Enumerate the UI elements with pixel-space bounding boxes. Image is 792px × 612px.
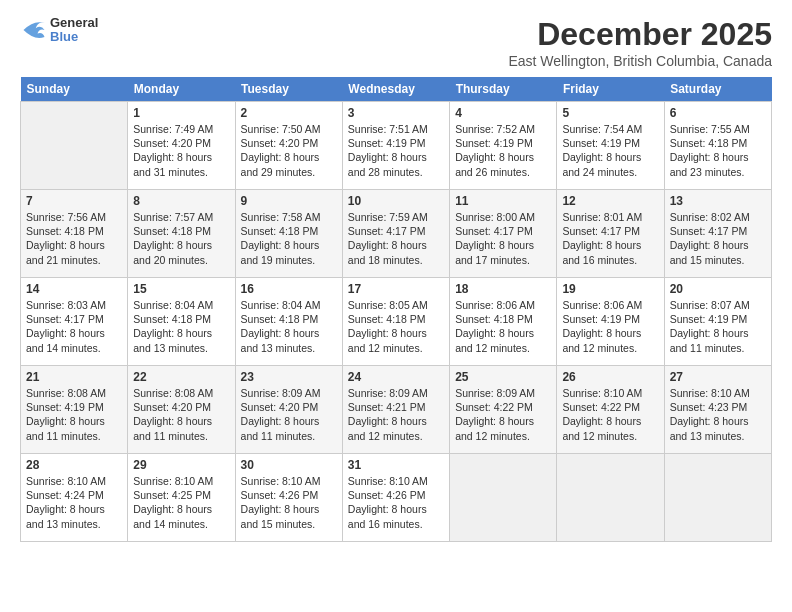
week-row-2: 7Sunrise: 7:56 AMSunset: 4:18 PMDaylight…	[21, 190, 772, 278]
cell-data: Sunrise: 8:06 AMSunset: 4:18 PMDaylight:…	[455, 298, 551, 355]
day-number: 12	[562, 194, 658, 208]
calendar-cell: 28Sunrise: 8:10 AMSunset: 4:24 PMDayligh…	[21, 454, 128, 542]
calendar-cell: 27Sunrise: 8:10 AMSunset: 4:23 PMDayligh…	[664, 366, 771, 454]
cell-data: Sunrise: 7:50 AMSunset: 4:20 PMDaylight:…	[241, 122, 337, 179]
week-row-4: 21Sunrise: 8:08 AMSunset: 4:19 PMDayligh…	[21, 366, 772, 454]
day-number: 24	[348, 370, 444, 384]
page-header: General Blue December 2025 East Wellingt…	[20, 16, 772, 69]
calendar-cell: 29Sunrise: 8:10 AMSunset: 4:25 PMDayligh…	[128, 454, 235, 542]
calendar-cell	[21, 102, 128, 190]
logo-general: General	[50, 15, 98, 30]
calendar-cell: 17Sunrise: 8:05 AMSunset: 4:18 PMDayligh…	[342, 278, 449, 366]
calendar-cell: 14Sunrise: 8:03 AMSunset: 4:17 PMDayligh…	[21, 278, 128, 366]
cell-data: Sunrise: 7:56 AMSunset: 4:18 PMDaylight:…	[26, 210, 122, 267]
cell-data: Sunrise: 8:07 AMSunset: 4:19 PMDaylight:…	[670, 298, 766, 355]
calendar-cell: 25Sunrise: 8:09 AMSunset: 4:22 PMDayligh…	[450, 366, 557, 454]
calendar-cell: 31Sunrise: 8:10 AMSunset: 4:26 PMDayligh…	[342, 454, 449, 542]
day-number: 20	[670, 282, 766, 296]
header-wednesday: Wednesday	[342, 77, 449, 102]
day-number: 27	[670, 370, 766, 384]
cell-data: Sunrise: 8:10 AMSunset: 4:26 PMDaylight:…	[348, 474, 444, 531]
day-number: 6	[670, 106, 766, 120]
cell-data: Sunrise: 8:00 AMSunset: 4:17 PMDaylight:…	[455, 210, 551, 267]
day-number: 18	[455, 282, 551, 296]
cell-data: Sunrise: 8:05 AMSunset: 4:18 PMDaylight:…	[348, 298, 444, 355]
cell-data: Sunrise: 8:08 AMSunset: 4:19 PMDaylight:…	[26, 386, 122, 443]
calendar-cell: 9Sunrise: 7:58 AMSunset: 4:18 PMDaylight…	[235, 190, 342, 278]
cell-data: Sunrise: 8:10 AMSunset: 4:25 PMDaylight:…	[133, 474, 229, 531]
calendar-cell: 19Sunrise: 8:06 AMSunset: 4:19 PMDayligh…	[557, 278, 664, 366]
cell-data: Sunrise: 7:49 AMSunset: 4:20 PMDaylight:…	[133, 122, 229, 179]
calendar-header: Sunday Monday Tuesday Wednesday Thursday…	[21, 77, 772, 102]
calendar-cell: 15Sunrise: 8:04 AMSunset: 4:18 PMDayligh…	[128, 278, 235, 366]
day-number: 11	[455, 194, 551, 208]
cell-data: Sunrise: 7:57 AMSunset: 4:18 PMDaylight:…	[133, 210, 229, 267]
calendar-cell: 10Sunrise: 7:59 AMSunset: 4:17 PMDayligh…	[342, 190, 449, 278]
cell-data: Sunrise: 7:54 AMSunset: 4:19 PMDaylight:…	[562, 122, 658, 179]
cell-data: Sunrise: 8:01 AMSunset: 4:17 PMDaylight:…	[562, 210, 658, 267]
day-number: 21	[26, 370, 122, 384]
logo-icon	[20, 16, 48, 44]
cell-data: Sunrise: 7:59 AMSunset: 4:17 PMDaylight:…	[348, 210, 444, 267]
day-number: 5	[562, 106, 658, 120]
calendar-cell	[557, 454, 664, 542]
day-number: 14	[26, 282, 122, 296]
day-number: 9	[241, 194, 337, 208]
calendar-cell: 4Sunrise: 7:52 AMSunset: 4:19 PMDaylight…	[450, 102, 557, 190]
calendar-cell: 2Sunrise: 7:50 AMSunset: 4:20 PMDaylight…	[235, 102, 342, 190]
month-year: December 2025	[508, 16, 772, 53]
title-block: December 2025 East Wellington, British C…	[508, 16, 772, 69]
cell-data: Sunrise: 8:02 AMSunset: 4:17 PMDaylight:…	[670, 210, 766, 267]
cell-data: Sunrise: 7:55 AMSunset: 4:18 PMDaylight:…	[670, 122, 766, 179]
calendar-body: 1Sunrise: 7:49 AMSunset: 4:20 PMDaylight…	[21, 102, 772, 542]
day-number: 22	[133, 370, 229, 384]
calendar-cell: 22Sunrise: 8:08 AMSunset: 4:20 PMDayligh…	[128, 366, 235, 454]
calendar-cell: 18Sunrise: 8:06 AMSunset: 4:18 PMDayligh…	[450, 278, 557, 366]
calendar-table: Sunday Monday Tuesday Wednesday Thursday…	[20, 77, 772, 542]
day-number: 15	[133, 282, 229, 296]
page: General Blue December 2025 East Wellingt…	[0, 0, 792, 612]
cell-data: Sunrise: 8:06 AMSunset: 4:19 PMDaylight:…	[562, 298, 658, 355]
calendar-cell: 12Sunrise: 8:01 AMSunset: 4:17 PMDayligh…	[557, 190, 664, 278]
cell-data: Sunrise: 8:10 AMSunset: 4:23 PMDaylight:…	[670, 386, 766, 443]
calendar-cell: 3Sunrise: 7:51 AMSunset: 4:19 PMDaylight…	[342, 102, 449, 190]
day-number: 26	[562, 370, 658, 384]
day-number: 29	[133, 458, 229, 472]
day-number: 28	[26, 458, 122, 472]
header-sunday: Sunday	[21, 77, 128, 102]
calendar-cell	[664, 454, 771, 542]
day-number: 23	[241, 370, 337, 384]
logo-blue: Blue	[50, 29, 78, 44]
cell-data: Sunrise: 7:52 AMSunset: 4:19 PMDaylight:…	[455, 122, 551, 179]
calendar-cell: 21Sunrise: 8:08 AMSunset: 4:19 PMDayligh…	[21, 366, 128, 454]
cell-data: Sunrise: 8:04 AMSunset: 4:18 PMDaylight:…	[241, 298, 337, 355]
week-row-5: 28Sunrise: 8:10 AMSunset: 4:24 PMDayligh…	[21, 454, 772, 542]
day-number: 1	[133, 106, 229, 120]
calendar-cell: 13Sunrise: 8:02 AMSunset: 4:17 PMDayligh…	[664, 190, 771, 278]
header-saturday: Saturday	[664, 77, 771, 102]
calendar-cell: 26Sunrise: 8:10 AMSunset: 4:22 PMDayligh…	[557, 366, 664, 454]
cell-data: Sunrise: 8:10 AMSunset: 4:22 PMDaylight:…	[562, 386, 658, 443]
day-number: 16	[241, 282, 337, 296]
calendar-cell: 6Sunrise: 7:55 AMSunset: 4:18 PMDaylight…	[664, 102, 771, 190]
header-tuesday: Tuesday	[235, 77, 342, 102]
logo: General Blue	[20, 16, 98, 45]
day-number: 10	[348, 194, 444, 208]
cell-data: Sunrise: 8:04 AMSunset: 4:18 PMDaylight:…	[133, 298, 229, 355]
cell-data: Sunrise: 8:10 AMSunset: 4:26 PMDaylight:…	[241, 474, 337, 531]
cell-data: Sunrise: 8:08 AMSunset: 4:20 PMDaylight:…	[133, 386, 229, 443]
calendar-cell: 16Sunrise: 8:04 AMSunset: 4:18 PMDayligh…	[235, 278, 342, 366]
header-thursday: Thursday	[450, 77, 557, 102]
day-number: 30	[241, 458, 337, 472]
cell-data: Sunrise: 8:03 AMSunset: 4:17 PMDaylight:…	[26, 298, 122, 355]
calendar-cell: 20Sunrise: 8:07 AMSunset: 4:19 PMDayligh…	[664, 278, 771, 366]
day-number: 3	[348, 106, 444, 120]
cell-data: Sunrise: 8:09 AMSunset: 4:22 PMDaylight:…	[455, 386, 551, 443]
header-row: Sunday Monday Tuesday Wednesday Thursday…	[21, 77, 772, 102]
day-number: 19	[562, 282, 658, 296]
day-number: 8	[133, 194, 229, 208]
calendar-cell: 5Sunrise: 7:54 AMSunset: 4:19 PMDaylight…	[557, 102, 664, 190]
cell-data: Sunrise: 8:09 AMSunset: 4:21 PMDaylight:…	[348, 386, 444, 443]
day-number: 7	[26, 194, 122, 208]
week-row-3: 14Sunrise: 8:03 AMSunset: 4:17 PMDayligh…	[21, 278, 772, 366]
